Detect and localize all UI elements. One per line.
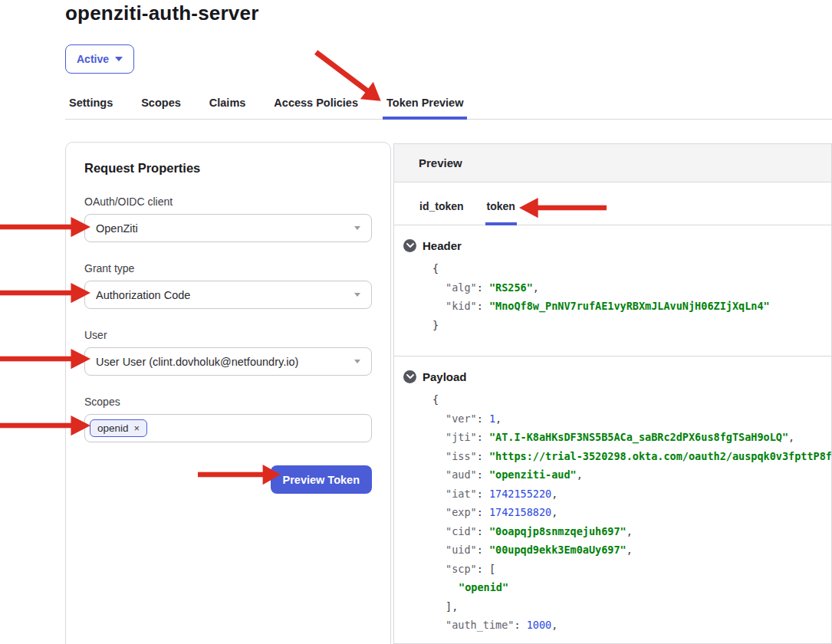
field-label: OAuth/OIDC client [84, 196, 372, 208]
select-value: User User (clint.dovholuk@netfoundry.io) [96, 356, 298, 368]
token-section-title: Payload [423, 370, 467, 383]
scopes-input[interactable]: openid × [84, 414, 372, 442]
json-code-block: {"alg": "RS256","kid": "MnoQf8w_PnNV7ruf… [403, 259, 831, 334]
code-line: "iss": "https://trial-3520298.okta.com/o… [403, 447, 831, 466]
tab-label: id_token [419, 200, 464, 212]
preview-tab-id-token[interactable]: id_token [418, 200, 465, 225]
user-select[interactable]: User User (clint.dovholuk@netfoundry.io) [84, 347, 372, 376]
request-properties-heading: Request Properties [84, 161, 372, 176]
token-section-payload: Payload {"ver": 1,"jti": "AT.I-K8aHKsDF3… [394, 356, 831, 644]
caret-down-icon [354, 226, 360, 230]
remove-tag-icon[interactable]: × [134, 423, 140, 433]
tab-label: Token Preview [386, 97, 463, 109]
oauth-client-select[interactable]: OpenZiti [84, 214, 372, 242]
preview-tab-token[interactable]: token [485, 200, 517, 225]
preview-panel-title: Preview [419, 156, 462, 169]
scope-tag-label: openid [97, 422, 129, 434]
tab-token-preview[interactable]: Token Preview [383, 97, 467, 119]
form-field: OAuth/OIDC client OpenZiti [84, 196, 372, 242]
status-dropdown-label: Active [77, 53, 109, 65]
tab-label: Settings [69, 97, 113, 109]
token-content: Header {"alg": "RS256","kid": "MnoQf8w_P… [394, 225, 831, 644]
form-field: Scopes openid × [84, 396, 372, 442]
code-line: "scp": [ [403, 560, 831, 579]
status-dropdown-button[interactable]: Active [65, 44, 134, 74]
request-properties-form: OAuth/OIDC client OpenZiti Grant type Au… [84, 196, 372, 442]
code-line: "openid" [403, 578, 831, 597]
code-line: } [403, 316, 831, 335]
preview-token-button[interactable]: Preview Token [271, 465, 372, 494]
code-line: { [403, 390, 831, 409]
field-label: User [84, 329, 372, 341]
code-line: "cid": "0oapqjp8snmzqejuh697", [403, 522, 831, 541]
request-properties-card: Request Properties OAuth/OIDC client Ope… [65, 142, 391, 644]
token-section-header: Header [403, 239, 831, 252]
caret-down-icon [354, 360, 360, 363]
code-line: "uid": "00upqd9ekk3Em0aUy697", [403, 540, 831, 560]
preview-panel-header: Preview [394, 144, 831, 182]
tab-label: Scopes [141, 97, 181, 109]
code-line: "auth_time": 1000, [403, 616, 831, 635]
code-line: "aud": "openziti-aud", [403, 465, 831, 485]
collapse-chevron-icon[interactable] [403, 370, 416, 383]
caret-down-icon [115, 57, 123, 61]
preview-panel: Preview id_token token Header {"alg": "R… [393, 143, 832, 644]
code-line: ], [403, 597, 831, 616]
tab-label: Claims [209, 97, 246, 109]
code-line: "exp": 1742158820, [403, 503, 831, 522]
json-code-block: {"ver": 1,"jti": "AT.I-K8aHKsDF3NS5B5ACa… [403, 390, 831, 635]
token-section-title: Header [423, 239, 462, 252]
select-value: Authorization Code [96, 289, 190, 301]
scope-tag: openid × [90, 419, 147, 437]
code-line: "ver": 1, [403, 409, 831, 429]
tab-claims[interactable]: Claims [206, 97, 250, 119]
page-title: openziti-auth-server [65, 2, 259, 25]
token-section-header: Header {"alg": "RS256","kid": "MnoQf8w_P… [394, 225, 831, 356]
token-preview-page: openziti-auth-server Active Settings Sco… [0, 0, 832, 644]
collapse-chevron-icon[interactable] [403, 239, 416, 252]
tab-settings[interactable]: Settings [65, 97, 117, 119]
caret-down-icon [354, 293, 360, 297]
code-line: "kid": "MnoQf8w_PnNV7rufAE1vyRBXmJLAvuNj… [403, 297, 831, 316]
code-line: { [403, 259, 831, 278]
token-section-header: Payload [403, 370, 831, 383]
tab-label: token [487, 200, 515, 212]
grant-type-select[interactable]: Authorization Code [84, 281, 372, 309]
main-tab-bar: Settings Scopes Claims Access Policies T… [65, 92, 832, 120]
code-line: "jti": "AT.I-K8aHKsDF3NS5B5ACa_saBRc2dPX… [403, 428, 831, 447]
preview-tab-bar: id_token token [394, 182, 831, 225]
field-label: Grant type [84, 262, 372, 274]
code-line: "iat": 1742155220, [403, 485, 831, 504]
field-label: Scopes [84, 396, 372, 408]
form-field: User User User (clint.dovholuk@netfoundr… [84, 329, 372, 376]
select-value: OpenZiti [96, 222, 138, 235]
form-field: Grant type Authorization Code [84, 262, 372, 309]
tab-access-policies[interactable]: Access Policies [270, 97, 362, 119]
code-line: "alg": "RS256", [403, 278, 831, 297]
tab-scopes[interactable]: Scopes [137, 97, 185, 119]
tab-label: Access Policies [274, 97, 358, 109]
